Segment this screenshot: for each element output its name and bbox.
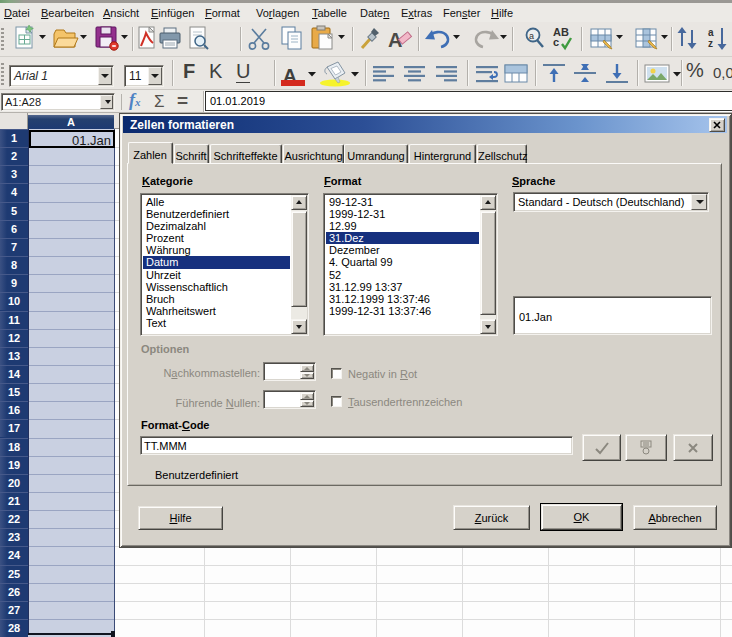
svg-text:z: z [708,38,713,49]
svg-text:a: a [708,27,714,38]
svg-text:a: a [529,31,534,41]
svg-text:c: c [553,36,559,48]
